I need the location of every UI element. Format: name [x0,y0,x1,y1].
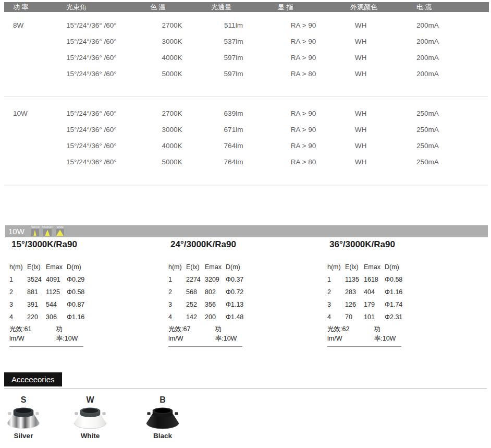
photometric-table-15deg: 15°/3000K/Ra90 h(m) E(lx) Emax D(m) 1 35… [9,240,88,347]
finish-value: WH [348,122,373,138]
accessory-code: B [159,395,166,405]
col-header: Emax [205,261,226,273]
spec-table-header: 功 率 光束角 色 温 光通量 显 指 外观颜色 电 流 [4,2,489,12]
cell: Φ0.72 [226,286,247,298]
cri-value: RA > 90 [259,50,348,66]
spec-group-10w: 10W 15°/24°/36° /60° 2700K 639lm RA > 90… [4,105,489,170]
cell: Φ0.87 [67,298,88,311]
beam-angle-value: 15°/24°/36° /60° [66,154,136,170]
cri-value: RA > 90 [259,33,348,50]
cri-value: RA > 90 [259,122,348,138]
cell: 3 [327,298,345,311]
cell: 4 [327,311,345,323]
cell: 283 [345,286,364,298]
cri-value: RA > 80 [259,154,348,170]
cct-value: 2700K [136,17,208,33]
cell: 179 [364,298,385,311]
cell: Φ1.48 [226,311,247,323]
col-header-finish: 外观颜色 [348,2,373,12]
power-value: 10W [13,105,66,122]
col-header: h(m) [327,261,345,273]
cell: 1618 [364,273,385,286]
spacer-cell [13,66,66,82]
col-header-cri: 显 指 [259,2,348,12]
flux-value: 537lm [208,33,259,50]
finish-value: WH [348,66,373,82]
col-header: h(m) [9,261,27,273]
cell: Φ0.37 [226,273,247,286]
flux-value: 671lm [208,122,259,138]
power-value: 8W [13,17,66,33]
silver-ring-image [6,406,41,430]
current-value: 250mA [373,138,489,154]
beam-wide: Wide [56,225,65,236]
power-value: 功率:10W [215,324,242,343]
col-header-power: 功 率 [13,2,66,12]
cell: Φ0.58 [385,273,406,286]
col-header: Emax [46,261,67,273]
beam-angle-value: 15°/24°/36° /60° [66,105,136,122]
flux-value: 764lm [208,138,259,154]
cell: 252 [186,298,205,311]
cell: Φ1.74 [385,298,406,311]
white-ring-image [73,406,107,430]
cri-value: RA > 80 [259,66,348,82]
photometric-table-title: 36°/3000K/Ra90 [327,240,397,249]
col-header: D(m) [67,261,88,273]
cell: 4 [168,311,186,323]
accessory-label: Black [153,432,172,440]
beam-angle-value: 15°/24°/36° /60° [66,122,136,138]
accessories-heading: Acceeeories [4,372,62,386]
cell: 306 [46,311,67,323]
medium-beam-icon [43,229,52,236]
cri-value: RA > 90 [259,17,348,33]
spacer-cell [13,33,66,50]
cell: Φ0.29 [67,273,88,286]
power-value: 功率:10W [374,324,401,343]
cct-value: 4000K [136,50,208,66]
cct-value: 5000K [136,154,208,170]
col-header-current: 电 流 [373,2,489,12]
beam-angle-value: 15°/24°/36° /60° [66,138,136,154]
flux-value: 597lm [208,50,259,66]
accessory-black: B Black [139,395,186,440]
cell: Φ1.13 [226,298,247,311]
cell: 544 [46,298,67,311]
accessory-label: White [81,432,100,440]
current-value: 250mA [373,122,489,138]
table-row: 15°/24°/36° /60° 5000K 764lm RA > 80 WH … [4,154,489,170]
cell: 2 [168,286,186,298]
cell: Φ2.31 [385,311,406,323]
divider [4,96,488,97]
beam-icons: Narow Medium Wide [31,225,65,237]
cell: 142 [186,311,205,323]
photometric-tables: 15°/3000K/Ra90 h(m) E(lx) Emax D(m) 1 35… [9,240,406,347]
cell: 101 [364,311,385,323]
cell: 1 [9,273,27,286]
flux-value: 764lm [208,154,259,170]
divider [4,185,488,186]
cell: 3 [168,298,186,311]
efficacy-value: 光效:62 lm/W [327,324,365,343]
current-value: 250mA [373,154,489,170]
cell: 356 [205,298,226,311]
table-row: 15°/24°/36° /60° 4000K 764lm RA > 90 WH … [4,138,489,154]
beam-medium: Medium [43,225,52,236]
cell: 391 [27,298,46,311]
spacer-cell [13,122,66,138]
photometric-grid: h(m) E(lx) Emax D(m) 1 2274 3209 Φ0.37 2… [168,261,247,323]
badge-power-label: 10W [8,227,24,236]
accessory-code: S [21,395,27,405]
cell: 1 [168,273,186,286]
cct-value: 2700K [136,105,208,122]
photometric-table-24deg: 24°/3000K/Ra90 h(m) E(lx) Emax D(m) 1 22… [168,240,247,347]
cell: 1135 [345,273,364,286]
cell: 568 [186,286,205,298]
finish-value: WH [348,17,373,33]
cct-value: 4000K [136,138,208,154]
beam-narrow: Narow [31,225,40,236]
cell: 2274 [186,273,205,286]
accessory-silver: S Silver [0,395,47,440]
col-header: E(lx) [27,261,46,273]
cell: 881 [27,286,46,298]
